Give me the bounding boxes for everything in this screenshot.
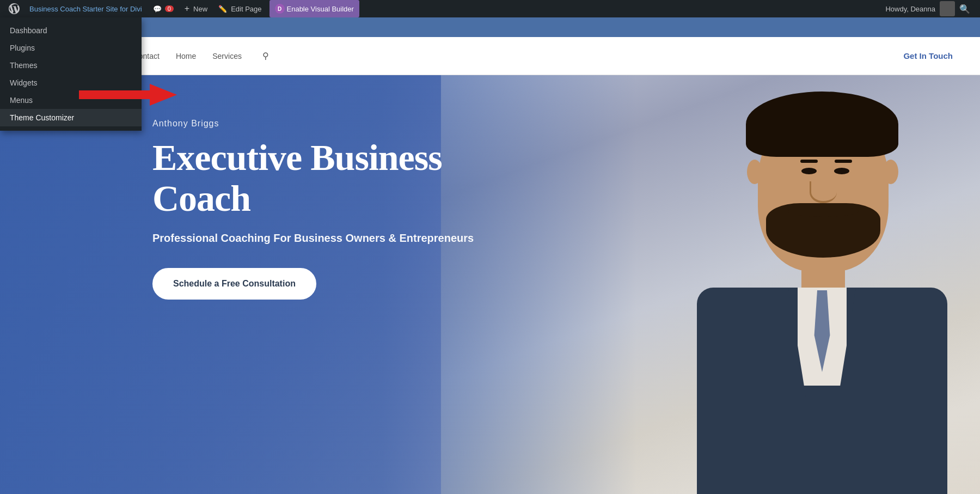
hero-section: Anthony Briggs Executive Business Coach … <box>0 75 980 494</box>
top-bar: hello@divibusiness.com <box>0 17 980 37</box>
mustache <box>788 206 859 217</box>
dropdown-themes[interactable]: Themes <box>0 57 142 74</box>
admin-bar-right: Howdy, Deanna 🔍 <box>885 1 976 16</box>
comments-button[interactable]: 💬 0 <box>148 0 179 17</box>
hero-cta-button[interactable]: Schedule a Free Consultation <box>152 268 316 300</box>
dropdown-theme-customizer[interactable]: Theme Customizer <box>0 109 142 126</box>
hero-person-figure <box>664 75 936 494</box>
visual-builder-button[interactable]: D Enable Visual Builder <box>270 0 359 17</box>
site-nav: About Blog Contact Home Services ⚲ <box>65 51 892 61</box>
admin-bar: Business Coach Starter Site for Divi 💬 0… <box>0 0 980 17</box>
eyebrow-left <box>800 160 818 163</box>
admin-bar-left: Business Coach Starter Site for Divi 💬 0… <box>4 0 885 17</box>
dropdown-menus[interactable]: Menus <box>0 92 142 109</box>
hair <box>746 92 898 157</box>
eye-right <box>834 168 849 174</box>
eyebrow-right <box>835 160 852 163</box>
pencil-icon: ✏️ <box>218 5 227 13</box>
hero-subtitle: Professional Coaching For Business Owner… <box>152 230 523 246</box>
new-button[interactable]: + New <box>179 0 213 17</box>
site-name[interactable]: Business Coach Starter Site for Divi <box>24 0 148 17</box>
comment-bubble-icon: 💬 <box>153 5 162 13</box>
dropdown-dashboard[interactable]: Dashboard <box>0 22 142 39</box>
dropdown-widgets[interactable]: Widgets <box>0 74 142 92</box>
howdy-text: Howdy, Deanna <box>885 5 935 13</box>
wp-logo-button[interactable] <box>4 0 24 17</box>
avatar <box>940 1 955 16</box>
plus-icon: + <box>185 4 189 14</box>
search-icon[interactable]: 🔍 <box>959 4 970 14</box>
get-in-touch-button[interactable]: Get In Touch <box>892 46 964 66</box>
hero-title: Executive Business Coach <box>152 137 523 219</box>
appearance-dropdown: Dashboard Plugins Themes Widgets Menus T… <box>0 17 142 131</box>
hero-person-name: Anthony Briggs <box>152 119 523 129</box>
edit-page-button[interactable]: ✏️ Edit Page <box>213 0 267 17</box>
nav-search-icon[interactable]: ⚲ <box>262 51 269 61</box>
eye-left <box>801 168 817 174</box>
nav-home[interactable]: Home <box>176 52 196 60</box>
nose <box>810 181 837 203</box>
nav-services[interactable]: Services <box>212 52 242 60</box>
dropdown-plugins[interactable]: Plugins <box>0 39 142 57</box>
hero-content: Anthony Briggs Executive Business Coach … <box>152 119 523 300</box>
site-header: D About Blog Contact Home Services ⚲ Get… <box>0 37 980 75</box>
comment-count: 0 <box>165 5 174 12</box>
vb-icon: D <box>275 4 285 14</box>
